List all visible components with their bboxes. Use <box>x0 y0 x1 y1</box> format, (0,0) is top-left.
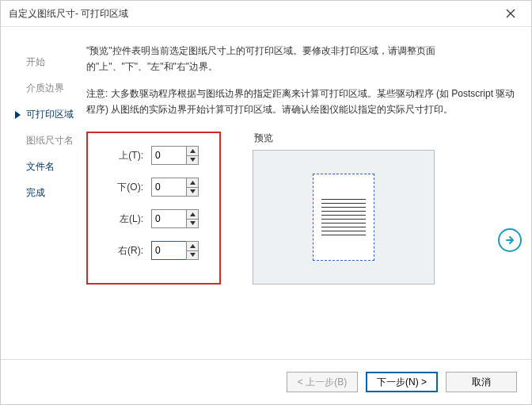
dialog-footer: < 上一步(B) 下一步(N) > 取消 <box>1 359 531 404</box>
preview-line <box>321 199 366 200</box>
chevron-up-icon <box>190 149 196 153</box>
margin-row-left: 左(L): <box>105 209 199 228</box>
margin-left-spinner <box>151 209 199 228</box>
preview-paper <box>313 174 374 261</box>
content-row: 上(T): 下(O): <box>86 132 517 285</box>
preview-line <box>321 215 366 216</box>
margin-top-down-button[interactable] <box>186 155 199 166</box>
margin-top-label: 上(T): <box>105 149 143 162</box>
preview-line <box>321 223 366 224</box>
next-indicator[interactable] <box>498 228 522 252</box>
margin-right-spinner <box>151 241 199 260</box>
sidebar-item-printable-area[interactable]: 可打印区域 <box>15 101 83 128</box>
preview-line <box>321 219 366 220</box>
margin-row-top: 上(T): <box>105 146 199 165</box>
description-text: "预览"控件表明当前选定图纸尺寸上的可打印区域。要修改非打印区域，请调整页面的"… <box>86 43 517 75</box>
cancel-button[interactable]: 取消 <box>446 372 517 392</box>
chevron-down-icon <box>190 189 196 193</box>
window-title: 自定义图纸尺寸- 可打印区域 <box>9 7 495 21</box>
margin-top-input[interactable] <box>151 146 186 165</box>
margin-right-down-button[interactable] <box>186 250 199 261</box>
margins-group: 上(T): 下(O): <box>86 132 221 285</box>
margin-bottom-up-button[interactable] <box>186 178 199 187</box>
preview-line <box>321 235 366 235</box>
margin-top-spinner <box>151 146 199 165</box>
margin-left-input[interactable] <box>151 209 186 228</box>
margin-row-bottom: 下(O): <box>105 178 199 197</box>
margin-row-right: 右(R): <box>105 241 199 260</box>
preview-line <box>321 207 366 208</box>
chevron-up-icon <box>190 181 196 185</box>
sidebar-item-paper-size-name[interactable]: 图纸尺寸名 <box>15 128 83 154</box>
margin-left-label: 左(L): <box>105 212 143 226</box>
dialog-body: 开始 介质边界 可打印区域 图纸尺寸名 文件名 完成 "预览"控件表明当前选定图… <box>1 27 531 359</box>
arrow-right-circle-icon <box>498 228 522 252</box>
margin-right-label: 右(R): <box>105 244 143 258</box>
margin-left-up-button[interactable] <box>186 209 199 219</box>
margin-bottom-down-button[interactable] <box>186 187 199 197</box>
wizard-sidebar: 开始 介质边界 可打印区域 图纸尺寸名 文件名 完成 <box>15 43 83 351</box>
margin-bottom-spinner <box>151 178 199 197</box>
sidebar-item-finish[interactable]: 完成 <box>15 180 83 206</box>
preview-line <box>321 203 366 204</box>
preview-box <box>253 150 435 285</box>
margin-right-up-button[interactable] <box>186 241 199 250</box>
next-button[interactable]: 下一步(N) > <box>366 372 438 392</box>
preview-line <box>321 231 366 231</box>
dialog-window: 自定义图纸尺寸- 可打印区域 开始 介质边界 可打印区域 图纸尺寸名 文件名 完… <box>0 0 532 405</box>
close-icon <box>506 9 515 18</box>
chevron-down-icon <box>190 253 196 257</box>
sidebar-item-start[interactable]: 开始 <box>15 49 83 75</box>
preview-line <box>321 211 366 212</box>
preview-label: 预览 <box>254 132 435 145</box>
sidebar-item-file-name[interactable]: 文件名 <box>15 154 83 180</box>
margin-top-up-button[interactable] <box>186 146 199 155</box>
margin-bottom-label: 下(O): <box>105 181 143 194</box>
chevron-up-icon <box>190 244 196 248</box>
margin-left-down-button[interactable] <box>186 219 199 229</box>
sidebar-item-media-bounds[interactable]: 介质边界 <box>15 75 83 101</box>
note-text: 注意: 大多数驱动程序根据与图纸边界的指定距离来计算可打印区域。某些驱动程序 (… <box>86 86 517 117</box>
margin-bottom-input[interactable] <box>151 178 186 197</box>
preview-group: 预览 <box>253 132 435 285</box>
margin-right-input[interactable] <box>151 241 186 260</box>
wizard-main: "预览"控件表明当前选定图纸尺寸上的可打印区域。要修改非打印区域，请调整页面的"… <box>83 43 517 351</box>
preview-line <box>321 227 366 227</box>
chevron-down-icon <box>190 221 196 225</box>
chevron-up-icon <box>190 212 196 216</box>
chevron-down-icon <box>190 158 196 162</box>
titlebar: 自定义图纸尺寸- 可打印区域 <box>1 1 531 27</box>
close-button[interactable] <box>495 2 526 25</box>
back-button: < 上一步(B) <box>287 372 358 392</box>
